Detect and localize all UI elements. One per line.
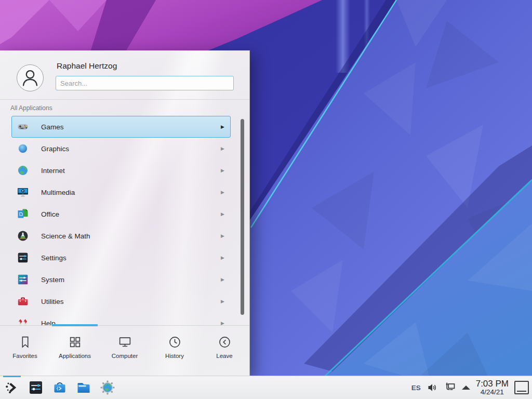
sphere-icon <box>17 143 29 154</box>
taskbar-panel: ES 7:03 PM 4/24/21 <box>0 376 532 399</box>
category-label: Games <box>41 123 64 131</box>
scrollbar-thumb[interactable] <box>241 119 244 315</box>
application-launcher-button[interactable] <box>4 380 20 395</box>
footer-tab-bar: Favorites Applications C <box>0 327 249 376</box>
category-graphics[interactable]: Graphics ▶ <box>11 138 231 159</box>
category-system[interactable]: System ▶ <box>11 269 231 290</box>
search-input[interactable] <box>56 76 234 90</box>
tab-leave[interactable]: Leave <box>200 327 249 376</box>
tab-computer[interactable]: Computer <box>100 327 150 376</box>
system-settings-button[interactable] <box>28 380 44 395</box>
expand-tray-caret-icon[interactable] <box>462 385 470 390</box>
tab-history[interactable]: History <box>150 327 200 376</box>
tab-label: Applications <box>59 353 91 359</box>
tab-label: Leave <box>216 353 232 359</box>
category-label: Office <box>41 210 59 218</box>
submenu-arrow-icon: ▶ <box>221 299 224 304</box>
keyboard-layout-indicator[interactable]: ES <box>411 384 421 392</box>
category-office[interactable]: Office ▶ <box>11 203 231 225</box>
active-task-indicator <box>3 376 21 377</box>
gamepad-icon <box>17 121 29 132</box>
leave-icon <box>218 335 232 349</box>
category-label: Internet <box>41 167 65 175</box>
web-browser-button[interactable] <box>100 380 115 395</box>
tab-applications[interactable]: Applications <box>50 327 100 376</box>
active-tab-indicator <box>52 324 98 326</box>
documents-icon <box>17 208 29 220</box>
section-label: All Applications <box>10 104 52 112</box>
grid-icon <box>68 335 82 349</box>
submenu-arrow-icon: ▶ <box>221 146 224 151</box>
help-icon <box>17 317 29 325</box>
flask-icon <box>17 230 29 242</box>
category-science-math[interactable]: Science & Math ▶ <box>11 225 231 247</box>
category-internet[interactable]: Internet ▶ <box>11 159 231 181</box>
clock-date: 4/24/21 <box>481 389 504 396</box>
submenu-arrow-icon: ▶ <box>221 168 224 173</box>
submenu-arrow-icon: ▶ <box>221 255 224 260</box>
category-games[interactable]: Games ▶ <box>11 116 231 138</box>
network-icon[interactable] <box>444 382 456 393</box>
category-label: Utilities <box>41 298 64 305</box>
tab-label: Computer <box>112 353 138 359</box>
taskbar-app-icons <box>4 376 115 399</box>
system-settings-icon <box>28 380 44 395</box>
category-label: Settings <box>41 254 66 262</box>
globe-icon <box>17 165 29 176</box>
show-desktop-button[interactable] <box>514 381 529 394</box>
tab-label: Favorites <box>12 353 37 359</box>
category-settings[interactable]: Settings ▶ <box>11 247 231 269</box>
tabbar-separator <box>0 325 249 326</box>
discover-software-button[interactable] <box>52 380 68 395</box>
header-separator <box>0 99 249 100</box>
category-label: Graphics <box>41 145 69 153</box>
desktop-screen: Raphael Hertzog All Applications Games ▶ <box>0 0 532 399</box>
clock-time: 7:03 PM <box>476 379 509 389</box>
tab-favorites[interactable]: Favorites <box>0 327 50 376</box>
submenu-arrow-icon: ▶ <box>221 124 224 129</box>
category-list: Games ▶ Graphics ▶ <box>0 116 249 325</box>
user-name: Raphael Hertzog <box>57 61 117 71</box>
folder-icon <box>76 380 91 395</box>
submenu-arrow-icon: ▶ <box>221 277 224 282</box>
application-launcher-menu: Raphael Hertzog All Applications Games ▶ <box>0 50 250 376</box>
category-utilities[interactable]: Utilities ▶ <box>11 290 231 312</box>
tab-label: History <box>165 353 184 359</box>
category-multimedia[interactable]: Multimedia ▶ <box>11 181 231 203</box>
file-manager-button[interactable] <box>76 380 91 395</box>
globe-gear-icon <box>100 380 115 395</box>
bookmark-icon <box>18 335 32 349</box>
system-sliders-icon <box>17 274 29 285</box>
category-label: Science & Math <box>41 232 90 240</box>
submenu-arrow-icon: ▶ <box>221 190 224 195</box>
category-label: Multimedia <box>41 189 75 196</box>
submenu-arrow-icon: ▶ <box>221 233 224 238</box>
volume-icon[interactable] <box>427 382 438 393</box>
toolbox-icon <box>17 296 29 307</box>
category-label: System <box>41 276 64 284</box>
category-help[interactable]: Help ▶ <box>11 312 231 325</box>
sliders-icon <box>17 252 29 263</box>
system-tray: ES 7:03 PM 4/24/21 <box>411 376 531 399</box>
user-icon <box>17 65 43 91</box>
computer-icon <box>118 335 132 349</box>
submenu-arrow-icon: ▶ <box>221 211 224 217</box>
discover-bag-icon <box>52 380 68 395</box>
monitor-play-icon <box>17 187 29 198</box>
kickoff-launcher-icon <box>4 380 20 395</box>
submenu-arrow-icon: ▶ <box>221 321 224 325</box>
clock-icon <box>168 335 182 349</box>
digital-clock[interactable]: 7:03 PM 4/24/21 <box>476 379 509 396</box>
user-avatar[interactable] <box>17 64 44 91</box>
